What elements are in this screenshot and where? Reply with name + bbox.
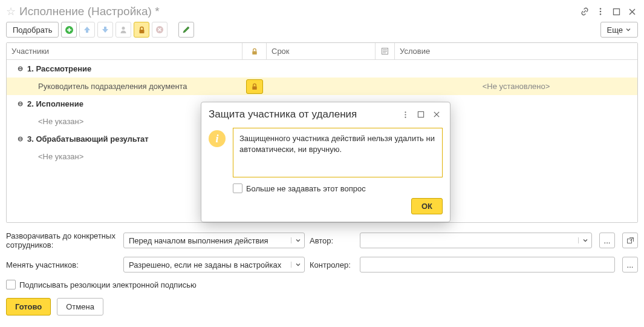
participant-name: Руководитель подразделения документа — [38, 82, 187, 91]
sign-label: Подписывать резолюции электронной подпис… — [19, 280, 197, 289]
expand-select[interactable]: Перед началом выполнения действия — [123, 233, 305, 248]
move-up-button — [79, 22, 95, 38]
collapse-icon[interactable]: ⊖ — [16, 65, 24, 73]
controller-input[interactable] — [360, 257, 615, 272]
person-button — [115, 22, 131, 38]
author-input[interactable] — [360, 233, 592, 248]
svg-rect-3 — [613, 8, 619, 15]
change-select[interactable]: Разрешено, если не заданы в настройках — [123, 257, 305, 272]
col-deadline[interactable]: Срок — [267, 43, 376, 59]
close-icon[interactable] — [431, 108, 443, 121]
participant-name: <Не указан> — [38, 152, 83, 161]
dont-ask-label: Больше не задавать этот вопрос — [246, 184, 366, 193]
participant-name: <Не указан> — [38, 117, 83, 126]
col-lock-icon[interactable] — [242, 43, 267, 59]
author-label: Автор: — [310, 236, 355, 245]
sign-checkbox[interactable] — [6, 280, 16, 289]
lock-toggle-button[interactable] — [134, 22, 149, 38]
group-label: 2. Исполнение — [27, 99, 83, 108]
maximize-icon[interactable] — [415, 108, 427, 121]
info-icon: i — [209, 130, 226, 147]
chevron-down-icon[interactable] — [291, 237, 304, 243]
svg-point-0 — [600, 8, 602, 10]
controller-label: Контролер: — [310, 260, 355, 269]
protect-participant-dialog: Защита участника от удаления i Защищенно… — [201, 102, 450, 222]
dont-ask-checkbox[interactable] — [233, 183, 242, 193]
expand-label: Разворачивать до конкретных сотрудников: — [6, 231, 119, 249]
svg-point-12 — [405, 111, 406, 113]
open-button[interactable] — [622, 233, 638, 248]
svg-rect-15 — [418, 111, 423, 117]
link-icon[interactable] — [579, 5, 591, 18]
kebab-menu-icon[interactable] — [594, 5, 607, 18]
pick-button[interactable]: Подобрать — [6, 22, 59, 38]
col-participants[interactable]: Участники — [7, 43, 242, 59]
svg-rect-8 — [252, 51, 256, 54]
col-condition[interactable]: Условие — [395, 43, 637, 59]
group-label: 1. Рассмотрение — [27, 64, 91, 73]
add-button[interactable] — [61, 22, 77, 38]
collapse-icon[interactable]: ⊖ — [16, 100, 24, 108]
dialog-message: Защищенного участника действий нельзя уд… — [233, 128, 443, 177]
ellipsis-button[interactable]: ... — [622, 257, 638, 272]
maximize-icon[interactable] — [610, 5, 622, 18]
window-title: Исполнение (Настройка) * — [19, 5, 160, 18]
pick-button-label: Подобрать — [13, 25, 52, 35]
change-value: Разрешено, если не заданы в настройках — [124, 260, 291, 269]
collapse-icon[interactable]: ⊖ — [16, 135, 24, 143]
done-button[interactable]: Готово — [6, 298, 51, 315]
svg-point-13 — [405, 114, 406, 115]
chevron-down-icon[interactable] — [291, 262, 304, 268]
condition-value: <Не установлено> — [483, 82, 550, 91]
close-icon[interactable] — [626, 5, 638, 18]
change-label: Менять участников: — [6, 260, 119, 269]
svg-rect-6 — [139, 30, 144, 33]
ellipsis-button[interactable]: ... — [599, 233, 615, 248]
cancel-button[interactable]: Отмена — [57, 298, 103, 315]
expand-value: Перед началом выполнения действия — [124, 236, 291, 245]
move-down-button — [97, 22, 113, 38]
ok-button[interactable]: ОК — [411, 198, 443, 214]
delete-button — [152, 22, 168, 38]
favorite-star-icon[interactable]: ☆ — [6, 5, 16, 18]
svg-point-5 — [122, 27, 125, 30]
svg-rect-11 — [627, 239, 631, 243]
svg-rect-10 — [252, 86, 256, 90]
table-row[interactable]: Руководитель подразделения документа <Не… — [7, 78, 637, 95]
chevron-down-icon[interactable] — [578, 237, 591, 243]
kebab-menu-icon[interactable] — [399, 108, 411, 121]
table-row[interactable]: ⊖1. Рассмотрение — [7, 60, 637, 78]
lock-cell[interactable] — [246, 79, 263, 94]
col-condition-icon[interactable] — [376, 43, 395, 59]
group-label: 3. Обрабатывающий результат — [27, 134, 149, 144]
svg-point-14 — [405, 116, 406, 117]
more-button[interactable]: Еще — [600, 22, 638, 38]
edit-button[interactable] — [178, 22, 194, 38]
dialog-title: Защита участника от удаления — [209, 108, 395, 121]
svg-point-2 — [600, 13, 602, 15]
more-button-label: Еще — [607, 25, 623, 35]
svg-point-1 — [600, 11, 602, 13]
